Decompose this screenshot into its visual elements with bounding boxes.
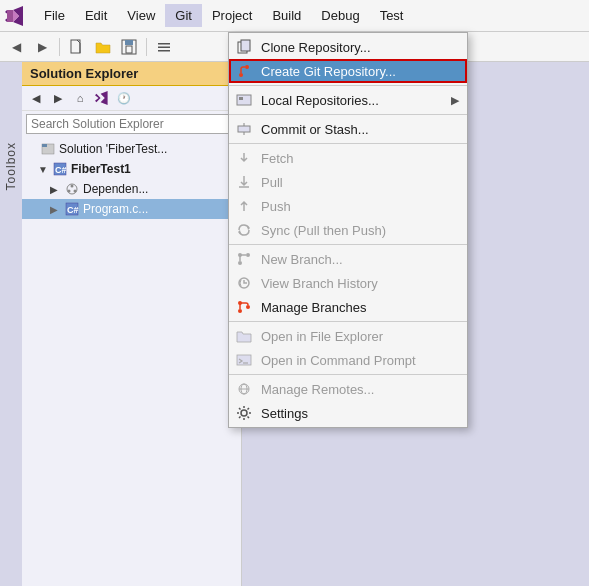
svg-point-36 (238, 261, 242, 265)
svg-point-38 (246, 253, 250, 257)
tree-label-program: Program.c... (83, 202, 148, 216)
fetch-icon (235, 149, 253, 167)
tree-arrow-project: ▼ (38, 164, 52, 175)
branch-history-icon (235, 274, 253, 292)
se-clock-btn[interactable]: 🕐 (114, 88, 134, 108)
cs-file-icon: C# (64, 201, 80, 217)
settings-btn[interactable] (152, 35, 176, 59)
manage-branches-label: Manage Branches (261, 300, 367, 315)
menu-git[interactable]: Git (165, 4, 202, 27)
svg-rect-7 (126, 46, 132, 53)
tree-item-program[interactable]: ▶ C# Program.c... (22, 199, 241, 219)
local-repos-label: Local Repositories... (261, 93, 379, 108)
svg-point-26 (245, 65, 249, 69)
deps-icon (64, 181, 80, 197)
back-btn[interactable]: ◀ (4, 35, 28, 59)
menu-section-settings: Manage Remotes... Settings (229, 375, 467, 427)
clone-label: Clone Repository... (261, 40, 371, 55)
pull-label: Pull (261, 175, 283, 190)
svg-marker-34 (247, 226, 250, 230)
tree-item-solution[interactable]: Solution 'FiberTest... (22, 139, 241, 159)
se-vs-btn[interactable] (92, 88, 112, 108)
svg-text:C#: C# (67, 205, 79, 215)
menu-debug[interactable]: Debug (311, 4, 369, 27)
separator-2 (146, 38, 147, 56)
menu-project[interactable]: Project (202, 4, 262, 27)
menu-item-pull: Pull (229, 170, 467, 194)
push-label: Push (261, 199, 291, 214)
menu-item-clone[interactable]: Clone Repository... (229, 35, 467, 59)
new-branch-icon (235, 250, 253, 268)
cs-project-icon: C# (52, 161, 68, 177)
menu-item-cmd-prompt: Open in Command Prompt (229, 348, 467, 372)
menu-item-new-branch: New Branch... (229, 247, 467, 271)
clone-icon (235, 38, 253, 56)
remotes-icon (235, 380, 253, 398)
svg-marker-2 (7, 10, 13, 22)
menu-section-branches: New Branch... View Branch History (229, 245, 467, 322)
svg-rect-6 (125, 40, 133, 45)
menu-build[interactable]: Build (262, 4, 311, 27)
branch-history-label: View Branch History (261, 276, 378, 291)
commit-label: Commit or Stash... (261, 122, 369, 137)
fetch-label: Fetch (261, 151, 294, 166)
forward-btn[interactable]: ▶ (30, 35, 54, 59)
menu-item-file-explorer: Open in File Explorer (229, 324, 467, 348)
se-forward-btn[interactable]: ▶ (48, 88, 68, 108)
manage-branches-icon (235, 298, 253, 316)
solution-icon (40, 141, 56, 157)
create-repo-icon (235, 62, 253, 80)
tree-arrow-program: ▶ (50, 204, 64, 215)
menu-file[interactable]: File (34, 4, 75, 27)
menu-section-open: Open in File Explorer Open in Command Pr… (229, 322, 467, 375)
svg-text:C#: C# (55, 165, 67, 175)
settings-label: Settings (261, 406, 308, 421)
menu-item-local-repos[interactable]: Local Repositories... ▶ (229, 88, 467, 112)
svg-point-20 (74, 190, 77, 193)
folder-btn[interactable] (91, 35, 115, 59)
git-dropdown-menu: Clone Repository... Create Git Repositor… (228, 32, 468, 428)
menu-item-manage-remotes: Manage Remotes... (229, 377, 467, 401)
menu-section-local: Local Repositories... ▶ (229, 86, 467, 115)
menu-item-commit[interactable]: Commit or Stash... (229, 117, 467, 141)
menu-item-push: Push (229, 194, 467, 218)
menu-item-fetch: Fetch (229, 146, 467, 170)
toolbox-label: Toolbox (4, 142, 18, 190)
new-branch-label: New Branch... (261, 252, 343, 267)
svg-point-25 (239, 73, 243, 77)
create-repo-label: Create Git Repository... (261, 64, 396, 79)
se-toolbar: ◀ ▶ ⌂ 🕐 (22, 86, 241, 111)
svg-rect-24 (241, 40, 250, 51)
push-icon (235, 197, 253, 215)
tree-item-project[interactable]: ▼ C# FiberTest1 (22, 159, 241, 179)
save-btn[interactable] (117, 35, 141, 59)
submenu-arrow: ▶ (451, 94, 459, 107)
menu-view[interactable]: View (117, 4, 165, 27)
se-back-btn[interactable]: ◀ (26, 88, 46, 108)
menu-item-create-repo[interactable]: Create Git Repository... (229, 59, 467, 83)
menu-test[interactable]: Test (370, 4, 414, 27)
tree-label-solution: Solution 'FiberTest... (59, 142, 167, 156)
svg-rect-30 (238, 126, 250, 132)
toolbox-panel: Toolbox (0, 62, 22, 586)
se-header: Solution Explorer (22, 62, 241, 86)
se-search-input[interactable] (26, 114, 237, 134)
cmd-prompt-icon (235, 351, 253, 369)
svg-point-43 (246, 305, 250, 309)
menu-bar: File Edit View Git Project Build Debug T… (0, 0, 589, 32)
tree-item-deps[interactable]: ▶ Dependen... (22, 179, 241, 199)
menu-item-branch-history: View Branch History (229, 271, 467, 295)
new-file-btn[interactable] (65, 35, 89, 59)
menu-section-commit: Commit or Stash... (229, 115, 467, 144)
menu-edit[interactable]: Edit (75, 4, 117, 27)
menu-item-settings[interactable]: Settings (229, 401, 467, 425)
menu-item-manage-branches[interactable]: Manage Branches (229, 295, 467, 319)
svg-marker-12 (101, 91, 108, 105)
settings-icon (235, 404, 253, 422)
se-home-btn[interactable]: ⌂ (70, 88, 90, 108)
menu-section-fetch: Fetch Pull Push (229, 144, 467, 245)
file-explorer-label: Open in File Explorer (261, 329, 383, 344)
menu-item-sync: Sync (Pull then Push) (229, 218, 467, 242)
svg-rect-14 (42, 144, 47, 147)
separator-1 (59, 38, 60, 56)
